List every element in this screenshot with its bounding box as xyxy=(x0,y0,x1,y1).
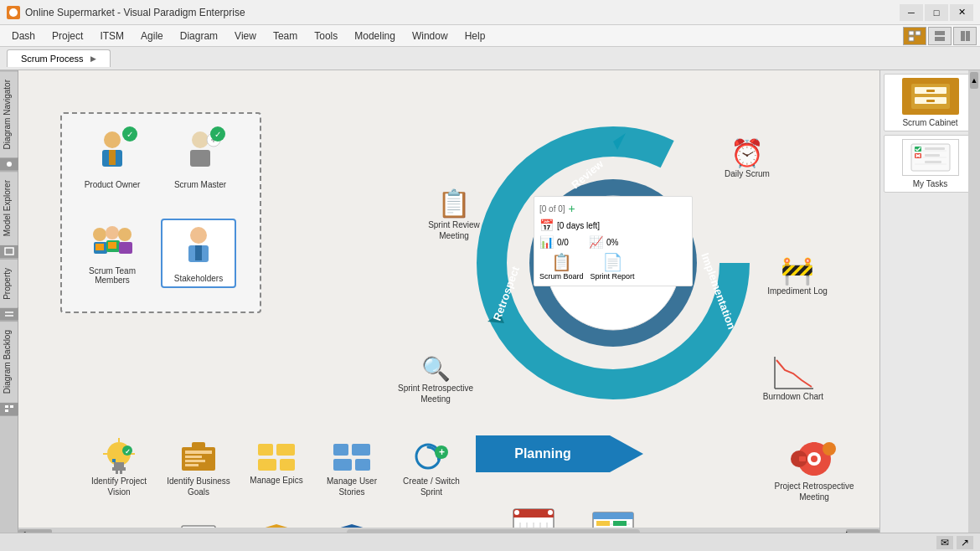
svg-rect-103 xyxy=(513,514,554,518)
svg-rect-115 xyxy=(593,512,633,519)
stakeholders-item[interactable]: Stakeholders xyxy=(161,219,236,288)
model-explorer-icon[interactable] xyxy=(0,245,18,259)
tab-arrow-icon: ▶ xyxy=(90,54,96,63)
burndown-chart-item[interactable]: Burndown Chart xyxy=(747,355,839,401)
menu-team[interactable]: Team xyxy=(265,28,306,44)
menu-diagram[interactable]: Diagram xyxy=(172,28,226,44)
scrum-team-label: Scrum TeamMembers xyxy=(75,266,150,285)
create-switch-sprint-item[interactable]: + Create / SwitchSprint xyxy=(394,437,469,497)
left-sidebar: Diagram Navigator Model Explorer Propert… xyxy=(0,70,18,551)
menu-tools[interactable]: Tools xyxy=(306,28,346,44)
svg-rect-63 xyxy=(280,459,295,471)
svg-rect-118 xyxy=(596,521,610,526)
svg-rect-14 xyxy=(5,409,8,412)
backlog-icon: 📊 xyxy=(539,235,554,249)
menu-project[interactable]: Project xyxy=(44,28,91,44)
product-owner-check: ✓ xyxy=(122,126,137,142)
menu-dash[interactable]: Dash xyxy=(3,28,44,44)
scrum-team-item[interactable]: Scrum TeamMembers xyxy=(75,223,150,285)
scrum-master-check: ✓ xyxy=(210,126,225,142)
toolbar-btn2[interactable] xyxy=(928,27,952,45)
svg-rect-80 xyxy=(812,469,817,476)
scrum-cabinet-item[interactable]: Scrum Cabinet xyxy=(884,74,977,131)
manage-user-stories-label: Manage UserStories xyxy=(318,476,385,497)
sprint-review-meeting-item[interactable]: 📋 Sprint ReviewMeeting xyxy=(412,188,496,241)
export-icon[interactable]: ↗ xyxy=(957,536,973,549)
progress-value: 0% xyxy=(606,238,618,247)
svg-rect-12 xyxy=(5,405,8,408)
property-icon[interactable] xyxy=(0,307,18,321)
svg-rect-50 xyxy=(120,469,122,474)
svg-rect-30 xyxy=(108,242,116,249)
main-layout: Diagram Navigator Model Explorer Propert… xyxy=(0,70,980,551)
svg-point-110 xyxy=(514,510,519,515)
toolbar-btn3[interactable] xyxy=(953,27,977,45)
tab-scrum-process[interactable]: Scrum Process ▶ xyxy=(7,49,111,67)
product-owner-label: Product Owner xyxy=(75,180,150,189)
diagram-nav-icon[interactable] xyxy=(0,157,18,171)
planning-arrow[interactable]: Planning xyxy=(476,430,643,479)
add-sprint-icon[interactable]: + xyxy=(569,202,575,215)
sidebar-tab-diagram-navigator[interactable]: Diagram Navigator xyxy=(0,70,18,157)
toolbar-btn1[interactable] xyxy=(903,27,926,45)
manage-epics-item[interactable]: Manage Epics xyxy=(243,437,310,485)
svg-point-8 xyxy=(7,162,12,167)
impediment-log-icon: 🚧 xyxy=(747,255,848,286)
impediment-log-item[interactable]: 🚧 Impediment Log xyxy=(747,255,848,296)
close-btn[interactable]: ✕ xyxy=(950,4,973,21)
app-icon xyxy=(7,6,20,19)
maximize-btn[interactable]: □ xyxy=(925,4,948,21)
product-owner-item[interactable]: ✓ Product Owner xyxy=(75,126,150,189)
scrum-board-item[interactable]: 📋 Scrum Board xyxy=(539,252,584,281)
menu-bar: Dash Project ITSM Agile Diagram View Tea… xyxy=(0,25,980,47)
identify-project-vision-item[interactable]: ✓ Identify ProjectVision xyxy=(85,437,152,497)
svg-rect-65 xyxy=(352,444,370,456)
sprint-report-label: Sprint Report xyxy=(591,272,635,281)
create-switch-sprint-icon: + xyxy=(408,437,455,476)
menu-modeling[interactable]: Modeling xyxy=(346,28,404,44)
project-retro-item[interactable]: Project RetrospectiveMeeting xyxy=(772,437,856,502)
svg-rect-138 xyxy=(925,154,940,157)
sprint-review-icon: 📋 xyxy=(412,188,496,219)
sprint-retro-item[interactable]: 🔍 Sprint RetrospectiveMeeting xyxy=(394,355,477,404)
minimize-btn[interactable]: ─ xyxy=(900,4,923,21)
menu-help[interactable]: Help xyxy=(456,28,494,44)
window-controls: ─ □ ✕ xyxy=(900,4,973,21)
manage-user-stories-item[interactable]: Manage UserStories xyxy=(318,437,385,497)
svg-rect-56 xyxy=(185,456,202,458)
svg-point-111 xyxy=(548,510,553,515)
scrum-master-item[interactable]: ✓ Scrum Master xyxy=(162,126,238,189)
daily-scrum-item[interactable]: ⏰ Daily Scrum xyxy=(705,137,789,178)
right-panel: Scrum Cabinet xyxy=(879,70,980,551)
canvas[interactable]: ✓ Product Owner ✓ Scrum Master xyxy=(18,70,879,551)
sidebar-tab-property[interactable]: Property xyxy=(0,259,18,308)
svg-rect-5 xyxy=(935,37,945,41)
svg-rect-59 xyxy=(192,442,205,449)
svg-point-25 xyxy=(106,226,119,239)
mail-icon[interactable]: ✉ xyxy=(936,536,953,549)
app-title: Online Supermarket - Visual Paradigm Ent… xyxy=(25,7,900,18)
sprint-report-item[interactable]: 📄 Sprint Report xyxy=(591,252,635,281)
svg-rect-33 xyxy=(195,245,202,260)
diagram-backlog-icon[interactable] xyxy=(0,403,18,416)
my-tasks-item[interactable]: My Tasks xyxy=(884,135,977,193)
svg-rect-66 xyxy=(333,459,352,471)
scroll-up-btn[interactable]: ▲ xyxy=(970,72,978,89)
sidebar-tab-model-explorer[interactable]: Model Explorer xyxy=(0,171,18,245)
v-scrollbar[interactable]: ▲ ▼ xyxy=(968,70,980,551)
menu-window[interactable]: Window xyxy=(404,28,456,44)
svg-rect-64 xyxy=(333,444,348,456)
sidebar-tab-diagram-backlog[interactable]: Diagram Backlog xyxy=(0,321,18,402)
my-tasks-label: My Tasks xyxy=(888,179,972,188)
menu-itsm[interactable]: ITSM xyxy=(91,28,132,44)
days-left-row: 📅 [0 days left] xyxy=(539,219,687,232)
menu-agile[interactable]: Agile xyxy=(132,28,172,44)
tab-label: Scrum Process xyxy=(21,54,84,64)
team-box: ✓ Product Owner ✓ Scrum Master xyxy=(60,112,261,313)
menu-view[interactable]: View xyxy=(226,28,265,44)
scrum-master-label: Scrum Master xyxy=(162,180,238,189)
svg-rect-81 xyxy=(799,456,806,461)
svg-rect-60 xyxy=(258,444,273,456)
svg-rect-67 xyxy=(355,459,370,471)
identify-business-goals-item[interactable]: Identify BusinessGoals xyxy=(165,437,232,497)
